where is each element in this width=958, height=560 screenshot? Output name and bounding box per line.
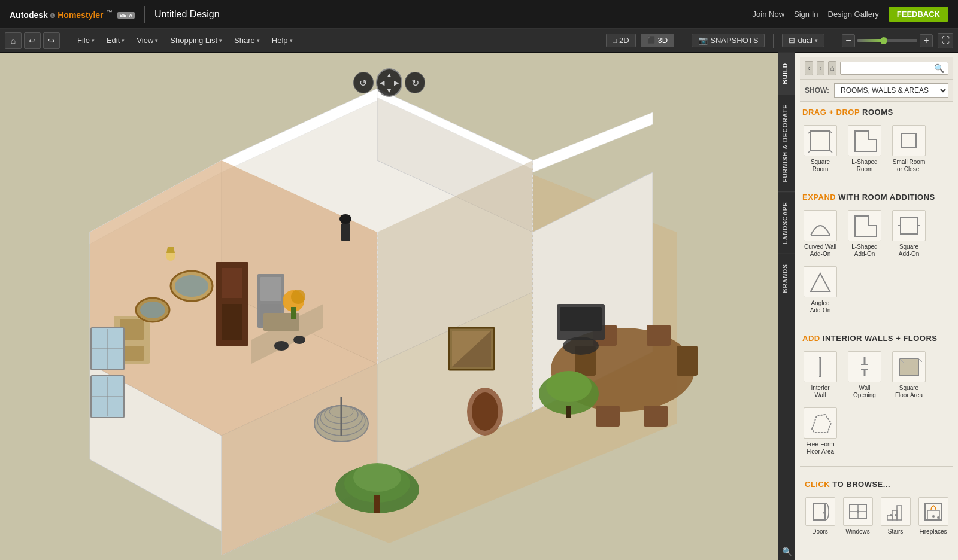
nav-up-arrow[interactable]: ▲ [386,72,393,78]
interior-wall-shape [807,355,833,379]
drag-drop-normal: ROOMS [862,108,893,117]
square-floor-item[interactable]: SquareFloor Area [889,349,929,401]
stairs-shape [884,500,908,524]
panel-search-submit-button[interactable]: 🔍 [934,63,944,73]
interior-highlight: ADD [802,334,820,343]
edit-menu[interactable]: Edit▾ [102,34,129,47]
curved-wall-addon-item[interactable]: Curved WallAdd-On [800,208,841,260]
zoom-in-button[interactable]: + [920,34,933,47]
2d-view-button[interactable]: □ 2D [606,34,635,47]
wall-opening-icon-box [848,351,881,382]
rotate-left-button[interactable]: ↺ [353,72,374,93]
3d-view-button[interactable]: ⬛ 3D [641,34,675,47]
svg-point-111 [895,514,897,516]
home-icon-button[interactable]: ⌂ [5,32,22,49]
svg-rect-22 [222,304,242,340]
stairs-browse-item[interactable]: Stairs [878,495,913,537]
square-room-item[interactable]: SquareRoom [800,123,841,175]
build-tab[interactable]: BUILD [778,53,795,94]
svg-point-29 [293,336,305,344]
svg-rect-102 [813,503,825,520]
panel-search-area: 🔍 [840,62,948,75]
angled-addon-item[interactable]: AngledAdd-On [800,264,841,316]
angled-addon-label: AngledAdd-On [810,300,830,314]
redo-button[interactable]: ↪ [43,32,60,49]
svg-rect-58 [596,406,620,427]
zoom-out-button[interactable]: − [842,34,855,47]
toolbar-separator-4 [833,34,833,48]
wall-opening-item[interactable]: WallOpening [844,349,885,401]
svg-point-41 [175,275,208,297]
expand-highlight: EXPAND [802,193,836,202]
stairs-icon-box [881,497,911,526]
furnish-tab[interactable]: FURNISH & DECORATE [778,94,795,192]
browse-highlight: CLICK [805,480,830,489]
small-room-item[interactable]: Small Roomor Closet [889,123,929,175]
interior-wall-item[interactable]: InteriorWall [800,349,841,401]
svg-rect-110 [897,506,902,520]
zoom-fill [857,39,881,42]
nav-left-arrow[interactable]: ◀ [380,80,384,86]
zoom-handle[interactable] [880,37,887,44]
top-right-links: Join Now Sign In Design Gallery FEEDBACK [753,7,948,22]
join-now-link[interactable]: Join Now [753,10,784,19]
square-floor-label: SquareFloor Area [895,385,923,399]
panel-forward-button[interactable]: › [817,61,825,75]
show-row: SHOW: ROOMS, WALLS & AREAS [800,80,953,102]
svg-point-76 [472,392,498,431]
panel-search-icon[interactable]: 🔍 [778,543,795,560]
fullscreen-button[interactable]: ⛶ [938,33,953,48]
snapshots-button[interactable]: 📷 SNAPSHOTS [692,34,765,47]
zoom-slider[interactable] [857,39,917,42]
nav-down-arrow[interactable]: ▼ [386,87,393,94]
svg-rect-77 [811,131,830,150]
brands-tab[interactable]: BRANDS [778,254,795,303]
shopping-list-menu[interactable]: Shopping List▾ [165,34,227,47]
l-shaped-room-icon-box [848,125,881,156]
panel-search-input[interactable] [844,64,934,72]
square-floor-shape [896,355,922,379]
expand-normal: WITH ROOM ADDITIONS [838,193,935,202]
landscape-tab[interactable]: LANDSCAPE [778,191,795,254]
share-menu[interactable]: Share▾ [229,34,265,47]
feedback-button[interactable]: FEEDBACK [889,7,948,22]
l-shaped-room-shape [851,129,878,153]
windows-browse-item[interactable]: Windows [840,495,875,537]
undo-button[interactable]: ↩ [24,32,41,49]
help-menu[interactable]: Help▾ [267,34,298,47]
doors-icon-box [805,497,835,526]
rotate-right-button[interactable]: ↻ [405,72,425,93]
freeform-floor-label: Free-FormFloor Area [806,441,834,455]
nav-right-arrow[interactable]: ▶ [394,80,399,86]
l-shaped-addon-item[interactable]: L-ShapedAdd-On [844,208,885,260]
design-gallery-link[interactable]: Design Gallery [828,10,879,19]
curved-wall-icon-box [804,210,837,241]
wall-opening-shape [851,355,878,379]
app-logo: Autodesk ® Homestyler ™ BETA [10,9,135,20]
sign-in-link[interactable]: Sign In [794,10,818,19]
dual-icon: ⊟ [789,36,795,45]
show-dropdown[interactable]: ROOMS, WALLS & AREAS [834,83,948,98]
rooms-grid: SquareRoom L-ShapedRoom [800,120,953,181]
svg-rect-65 [566,406,571,418]
square-addon-item[interactable]: SquareAdd-On [889,208,929,260]
svg-rect-39 [374,495,380,513]
square-room-icon-box [804,125,837,156]
dual-view-button[interactable]: ⊟ dual ▾ [782,34,824,47]
panel-back-button[interactable]: ‹ [805,61,813,75]
3d-viewport[interactable]: ↺ ▲ ◀ ▶ ▼ ↻ [0,53,778,560]
doors-browse-item[interactable]: Doors [802,495,838,537]
view-menu[interactable]: View▾ [132,34,163,47]
section-divider-1 [800,184,953,184]
nav-center-control[interactable]: ▲ ◀ ▶ ▼ [376,68,403,97]
freeform-floor-item[interactable]: Free-FormFloor Area [800,405,841,458]
svg-rect-59 [644,406,668,427]
l-shaped-addon-shape [851,214,878,238]
file-menu[interactable]: File▾ [72,34,99,47]
panel-home-button[interactable]: ⌂ [828,61,836,75]
design-title: Untitled Design [154,9,220,20]
logo-area: Autodesk ® Homestyler ™ BETA [10,9,135,20]
curved-wall-shape [807,214,833,238]
l-shaped-room-item[interactable]: L-ShapedRoom [844,123,885,175]
fireplaces-browse-item[interactable]: Fireplaces [915,495,951,537]
